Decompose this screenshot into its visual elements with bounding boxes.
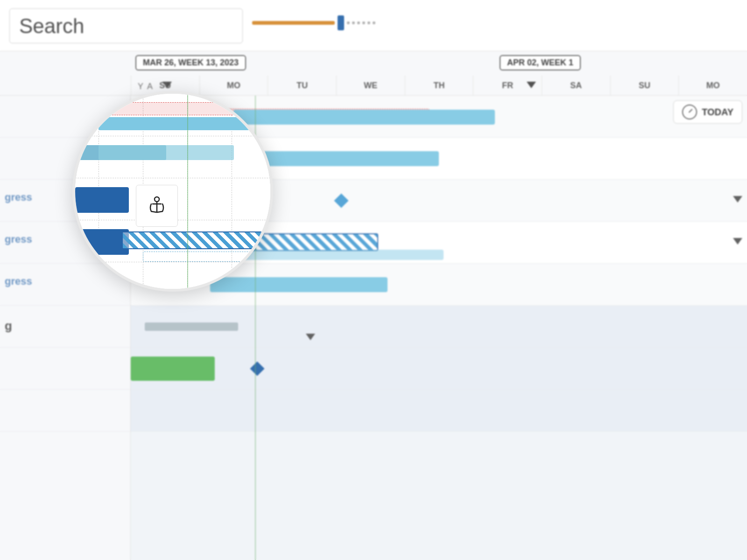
mag-bar-striped: [122, 231, 262, 249]
day-columns: SU MO TU WE TH FR SA SU MO: [131, 76, 747, 95]
day-mo: MO: [199, 76, 268, 95]
dropdown-arrow-backlog[interactable]: [306, 334, 315, 340]
timeline-dot: [352, 21, 355, 24]
today-button[interactable]: TODAY: [673, 100, 742, 124]
timeline-gold-bar: [252, 21, 335, 25]
bar-green-1: [131, 357, 215, 381]
gantt-row-6: [131, 306, 747, 348]
anchor-icon-container: [136, 185, 178, 227]
svg-line-2: [151, 211, 157, 212]
gantt-header: [0, 0, 747, 51]
day-tu: TU: [268, 76, 336, 95]
mag-grid-h2: [75, 178, 270, 178]
gantt-row-7: [131, 348, 747, 390]
timeline-dot: [367, 21, 370, 24]
search-box[interactable]: [9, 8, 243, 43]
search-input[interactable]: [19, 14, 233, 38]
today-label: TODAY: [702, 107, 733, 118]
progress-label-1: gress: [5, 191, 32, 203]
mag-bar-blue-light-1: [99, 117, 257, 130]
mag-bar-dark-blue: [75, 187, 129, 213]
progress-label-2: gress: [5, 233, 32, 245]
dropdown-arrow-1[interactable]: [733, 196, 742, 203]
mag-bar-pink: [75, 102, 239, 115]
week-label-2: APR 02, WEEK 1: [500, 55, 581, 70]
diamond-1: [334, 193, 348, 208]
bar-gray-1: [145, 322, 238, 331]
progress-label-3: gress: [5, 275, 32, 287]
mag-today-line: [187, 94, 188, 289]
svg-point-0: [155, 197, 159, 202]
timeline-dot: [357, 21, 360, 24]
day-sa: SA: [542, 76, 610, 95]
day-th: TH: [405, 76, 473, 95]
timeline-dot: [347, 21, 350, 24]
magnifier-content: [75, 94, 270, 289]
day-su2: SU: [610, 76, 679, 95]
dropdown-arrow-2[interactable]: [733, 238, 742, 245]
mag-grid-h1: [75, 136, 270, 136]
mag-bar-dashed-blue: [143, 252, 264, 262]
timeline-dots: [347, 21, 430, 24]
mag-bar-dark-blue-2: [75, 229, 129, 255]
clock-icon: [682, 105, 697, 119]
mag-bar-blue-light-2: [99, 145, 234, 160]
day-fr: FR: [473, 76, 542, 95]
backlog-label: g: [5, 319, 12, 333]
day-we: WE: [336, 76, 405, 95]
timeline-header: Y A MAR 26, WEEK 13, 2023 APR 02, WEEK 1…: [0, 51, 747, 96]
day-mo2: MO: [678, 76, 747, 95]
mag-grid-h4: [75, 262, 270, 262]
diamond-2: [250, 361, 264, 376]
timeline-dot: [373, 21, 375, 24]
week-label-1: MAR 26, WEEK 13, 2023: [135, 55, 246, 70]
timeline-handle[interactable]: [338, 15, 344, 30]
timeline-minibar: [252, 18, 430, 28]
anchor-icon: [146, 195, 168, 217]
bar-blue-light-1: [233, 110, 495, 125]
magnifier-lens: [72, 91, 273, 292]
gantt-row-8: [131, 390, 747, 432]
svg-line-3: [157, 211, 162, 212]
timeline-dot: [362, 21, 365, 24]
